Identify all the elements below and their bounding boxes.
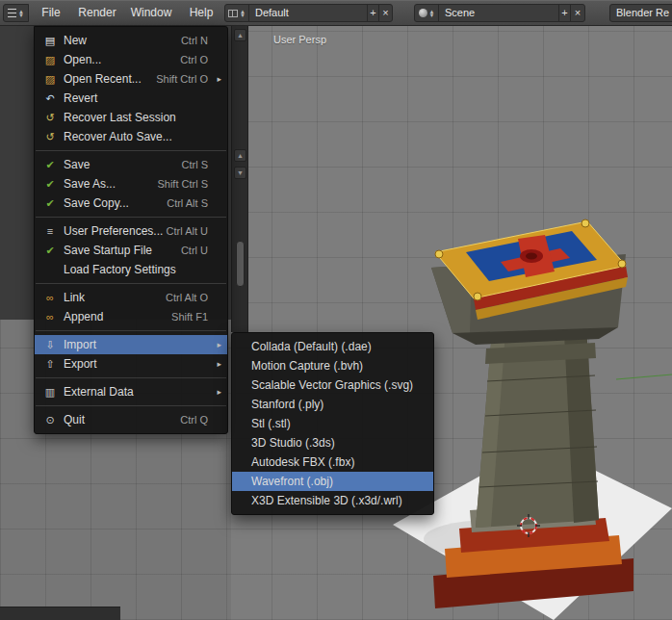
import-menu-item-stl-stl[interactable]: Stl (.stl)	[232, 414, 433, 433]
file-menu-item-recover-auto-save[interactable]: ↺ Recover Auto Save...	[35, 127, 227, 146]
file-menu-item-link[interactable]: ∞ Link Ctrl Alt O	[35, 288, 227, 307]
quit-icon: ⊙	[42, 414, 58, 426]
save-startup-icon: ✔	[42, 245, 58, 257]
file-menu-item-load-factory-settings[interactable]: Load Factory Settings	[35, 260, 227, 279]
render-engine-selector[interactable]: Blender Re	[609, 4, 672, 22]
user-preferences-icon: ≡	[42, 225, 58, 237]
blender-window: User Persp	[0, 0, 672, 620]
scroll-down-button[interactable]: ▼	[234, 167, 246, 179]
submenu-arrow-icon: ▸	[212, 387, 221, 397]
file-menu-item-recover-last-session[interactable]: ↺ Recover Last Session	[35, 108, 227, 127]
import-menu-item-motion-capture-bvh[interactable]: Motion Capture (.bvh)	[232, 356, 433, 375]
panel-scroll-strip: ▲ ▲ ▼	[231, 26, 248, 332]
layout-name-field[interactable]: Default	[248, 4, 368, 22]
file-menu-item-save-startup-file[interactable]: ✔ Save Startup File Ctrl U	[35, 241, 227, 260]
import-menu-item-wavefront-obj[interactable]: Wavefront (.obj)	[232, 472, 433, 491]
file-dropdown-menu: ▤ New Ctrl N ▨ Open... Ctrl O ▨ Open Rec…	[34, 26, 228, 434]
scene-delete-button[interactable]: ×	[570, 4, 585, 22]
folder-open-icon: ▨	[42, 54, 58, 66]
triangle-down-icon: ▼	[237, 169, 244, 176]
file-menu-item-append[interactable]: ∞ Append Shift F1	[35, 307, 227, 326]
import-menu-item-scalable-vector-graphics-svg[interactable]: Scalable Vector Graphics (.svg)	[232, 375, 433, 395]
file-menu-item-external-data[interactable]: ▥ External Data ▸	[35, 382, 227, 401]
menu-separator	[36, 405, 226, 406]
import-menu-item-3d-studio-3ds[interactable]: 3D Studio (.3ds)	[232, 433, 433, 452]
import-menu-item-collada-default-dae[interactable]: Collada (Default) (.dae)	[232, 337, 433, 356]
submenu-arrow-icon: ▸	[212, 74, 221, 84]
folder-recent-icon: ▨	[42, 73, 58, 86]
scene-name-field[interactable]: Scene	[438, 4, 559, 22]
import-menu-item-stanford-ply[interactable]: Stanford (.ply)	[232, 395, 433, 414]
viewport-mode-label: User Persp	[273, 34, 326, 45]
file-menu-item-user-preferences[interactable]: ≡ User Preferences... Ctrl Alt U	[35, 221, 227, 241]
chevron-updown-icon: ▲▼	[18, 10, 24, 17]
scroll-up-button-2[interactable]: ▲	[234, 149, 246, 162]
info-editor-icon	[8, 9, 16, 17]
file-menu-item-save-as[interactable]: ✔ Save As... Shift Ctrl S	[35, 174, 227, 194]
file-menu-item-revert[interactable]: ↶ Revert	[35, 89, 227, 108]
submenu-arrow-icon: ▸	[212, 340, 221, 349]
file-menu-item-import[interactable]: ⇩ Import ▸	[35, 335, 227, 354]
menu-separator	[36, 150, 226, 151]
statue-column	[476, 312, 599, 528]
import-menu-item-autodesk-fbx-fbx[interactable]: Autodesk FBX (.fbx)	[232, 452, 433, 472]
submenu-arrow-icon: ▸	[212, 359, 221, 369]
scene-browse-button[interactable]: ▲▼	[414, 4, 439, 22]
info-header-bar: ▲▼ File Render Window Help ▲▼ Default + …	[0, 0, 672, 26]
save-icon: ✔	[42, 159, 58, 171]
file-menu-item-save[interactable]: ✔ Save Ctrl S	[35, 155, 227, 174]
import-menu-item-x3d-extensible-3d-x3d-wrl[interactable]: X3D Extensible 3D (.x3d/.wrl)	[232, 491, 433, 510]
y-axis-line	[616, 375, 672, 379]
file-menu-item-export[interactable]: ⇧ Export ▸	[35, 354, 227, 374]
file-menu-item-open[interactable]: ▨ Open... Ctrl O	[35, 50, 227, 69]
export-icon: ⇧	[42, 358, 58, 371]
save-as-icon: ✔	[42, 178, 58, 191]
recover-last-icon: ↺	[42, 112, 58, 124]
menu-separator	[36, 217, 226, 218]
menu-separator	[36, 377, 226, 378]
menu-separator	[36, 283, 226, 284]
scroll-slider[interactable]	[236, 241, 245, 287]
external-data-icon: ▥	[42, 386, 58, 399]
file-menu-item-new[interactable]: ▤ New Ctrl N	[35, 31, 227, 50]
new-file-icon: ▤	[42, 35, 58, 47]
layout-browse-button[interactable]: ▲▼	[224, 4, 249, 22]
menu-file[interactable]: File	[33, 0, 69, 25]
menu-help[interactable]: Help	[181, 0, 221, 25]
screen-layout-icon	[228, 10, 238, 17]
file-menu-item-save-copy[interactable]: ✔ Save Copy... Ctrl Alt S	[35, 194, 227, 213]
triangle-up-icon: ▲	[237, 152, 244, 159]
menu-render[interactable]: Render	[73, 0, 121, 25]
editor-type-selector[interactable]: ▲▼	[3, 4, 29, 22]
chevron-updown-icon: ▲▼	[429, 10, 435, 17]
link-icon: ∞	[42, 292, 58, 303]
import-submenu: Collada (Default) (.dae) Motion Capture …	[231, 332, 434, 515]
revert-icon: ↶	[42, 92, 58, 105]
import-icon: ⇩	[42, 339, 58, 351]
file-menu-item-quit[interactable]: ⊙ Quit Ctrl Q	[35, 410, 227, 429]
scroll-up-button[interactable]: ▲	[234, 29, 246, 41]
chevron-updown-icon: ▲▼	[240, 10, 246, 17]
scene-icon	[419, 9, 427, 17]
append-icon: ∞	[42, 311, 58, 323]
save-copy-icon: ✔	[42, 197, 58, 210]
menu-window[interactable]: Window	[125, 0, 177, 25]
file-menu-item-open-recent[interactable]: ▨ Open Recent... Shift Ctrl O ▸	[35, 69, 227, 89]
layout-delete-button[interactable]: ×	[378, 4, 393, 22]
recover-auto-icon: ↺	[42, 131, 58, 143]
triangle-up-icon: ▲	[237, 32, 244, 39]
bottom-editor-header	[0, 607, 120, 620]
menu-separator	[36, 330, 226, 331]
